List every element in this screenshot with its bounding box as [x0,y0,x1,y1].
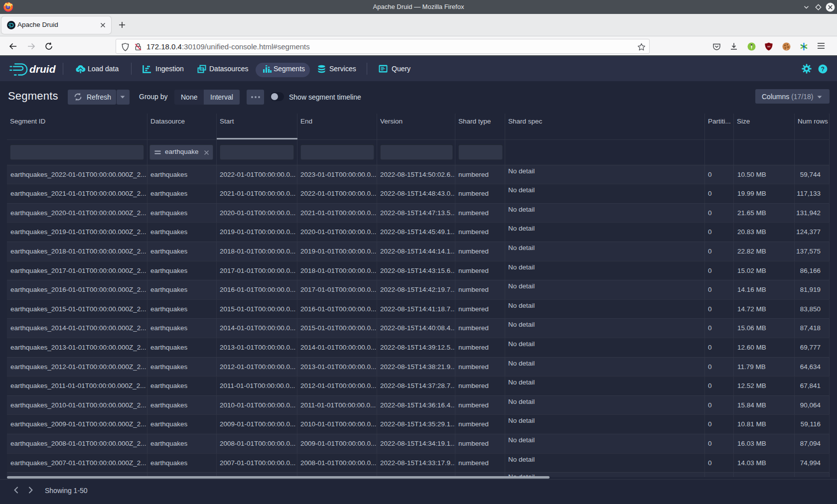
svg-text:uo: uo [767,45,770,48]
svg-text:?: ? [821,66,825,73]
